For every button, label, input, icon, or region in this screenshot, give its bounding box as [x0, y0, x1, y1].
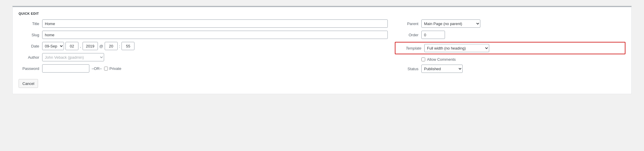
title-row: Title [19, 19, 388, 28]
order-label: Order [395, 33, 418, 37]
slug-input[interactable] [42, 31, 388, 39]
status-row: Status Published Draft Pending Review Pr… [395, 65, 625, 73]
password-input[interactable] [42, 64, 89, 73]
form-layout: Title Slug Date 01-Jan02-Feb03-Mar 04-Ap… [19, 19, 625, 88]
parent-row: Parent Main Page (no parent) Home About … [395, 19, 625, 28]
date-month-select[interactable]: 01-Jan02-Feb03-Mar 04-Apr05-May06-Jun 07… [42, 42, 64, 50]
status-select[interactable]: Published Draft Pending Review Private [421, 65, 463, 73]
or-text: –OR– [92, 66, 102, 71]
private-label: Private [104, 66, 121, 71]
template-row: Template Default Template Full width (no… [395, 42, 625, 54]
template-select[interactable]: Default Template Full width (no heading)… [424, 44, 489, 52]
allow-comments-label: Allow Comments [421, 57, 456, 62]
password-label: Password [19, 66, 39, 71]
password-inputs: –OR– Private [42, 64, 121, 73]
date-comma: , [80, 44, 81, 48]
slug-row: Slug [19, 31, 388, 39]
date-hour-input[interactable] [105, 42, 118, 50]
left-column: Title Slug Date 01-Jan02-Feb03-Mar 04-Ap… [19, 19, 388, 88]
date-row: Date 01-Jan02-Feb03-Mar 04-Apr05-May06-J… [19, 42, 388, 50]
date-day-input[interactable] [65, 42, 78, 50]
date-label: Date [19, 44, 39, 48]
quick-edit-heading: QUICK EDIT [19, 12, 625, 15]
quick-edit-panel: QUICK EDIT Title Slug Date 01-Jan02-Feb0… [12, 6, 632, 94]
parent-label: Parent [395, 22, 418, 26]
date-year-input[interactable] [83, 42, 98, 50]
order-row: Order [395, 31, 625, 39]
order-input[interactable] [421, 31, 445, 39]
parent-select[interactable]: Main Page (no parent) Home About Contact [421, 19, 480, 28]
status-label: Status [395, 67, 418, 71]
author-select[interactable]: John Veback (jpadmin) [42, 53, 104, 61]
title-input[interactable] [42, 19, 388, 28]
cancel-button[interactable]: Cancel [19, 79, 38, 88]
author-label: Author [19, 55, 39, 60]
private-checkbox[interactable] [104, 67, 108, 70]
date-inputs: 01-Jan02-Feb03-Mar 04-Apr05-May06-Jun 07… [42, 42, 134, 50]
title-label: Title [19, 22, 39, 26]
date-minute-input[interactable] [121, 42, 134, 50]
actions-row: Cancel [19, 76, 388, 88]
author-row: Author John Veback (jpadmin) [19, 53, 388, 61]
password-row: Password –OR– Private [19, 64, 388, 73]
right-column: Parent Main Page (no parent) Home About … [395, 19, 625, 88]
template-label: Template [398, 46, 421, 50]
date-colon: : [119, 44, 120, 48]
allow-comments-checkbox[interactable] [421, 58, 425, 61]
date-at-symbol: @ [99, 44, 103, 48]
slug-label: Slug [19, 33, 39, 37]
allow-comments-row: Allow Comments [395, 57, 625, 62]
